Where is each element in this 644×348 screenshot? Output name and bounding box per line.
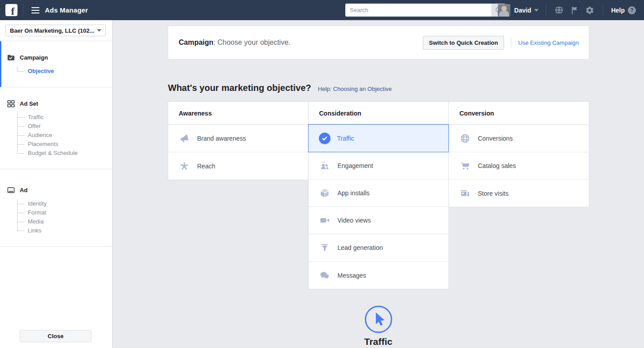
- campaign-header-title-bold: Campaign: [179, 39, 213, 46]
- sidebar-section-label: Ad: [20, 187, 27, 193]
- globe-icon: [460, 133, 470, 144]
- sidebar-item-placements[interactable]: Placements: [17, 140, 112, 149]
- objective-label: Messages: [338, 272, 366, 279]
- cube-icon: [319, 188, 330, 198]
- column-header-conversion: Conversion: [449, 102, 589, 125]
- chevron-down-icon[interactable]: [534, 9, 539, 12]
- use-existing-campaign-link[interactable]: Use Existing Campaign: [518, 39, 579, 46]
- objective-label: Traffic: [337, 135, 354, 142]
- sidebar-item-ad-set[interactable]: Ad Set: [7, 99, 112, 108]
- sidebar-item-links[interactable]: Links: [17, 226, 112, 235]
- hamburger-menu-icon[interactable]: [31, 7, 39, 13]
- account-selector-dropdown[interactable]: Baer On Marketing, LLC (102...: [5, 25, 106, 36]
- ad-set-subnav: Traffic Offer Audience Placements Budget…: [17, 113, 112, 158]
- objective-traffic-selected[interactable]: Traffic: [309, 125, 448, 152]
- consideration-column: Consideration Traffic Engagement: [308, 101, 449, 289]
- cursor-circle-icon: [364, 305, 393, 334]
- objective-brand-awareness[interactable]: Brand awareness: [168, 125, 308, 152]
- flag-icon[interactable]: [567, 0, 582, 20]
- campaign-header-card: Campaign: Choose your objective. Switch …: [168, 26, 589, 60]
- campaign-subnav: Objective: [17, 67, 112, 76]
- divider: [23, 4, 23, 16]
- sidebar-item-format[interactable]: Format: [17, 208, 112, 217]
- funnel-icon: [319, 242, 330, 253]
- video-camera-icon: [319, 215, 330, 226]
- objective-label: Brand awareness: [197, 135, 246, 142]
- objective-label: Reach: [197, 163, 215, 170]
- search-bar: [345, 4, 505, 17]
- sidebar-section-label: Campaign: [20, 54, 48, 61]
- column-header-consideration: Consideration: [309, 102, 448, 125]
- objective-label: Engagement: [338, 162, 373, 169]
- sidebar-item-budget-schedule[interactable]: Budget & Schedule: [17, 149, 112, 158]
- user-avatar[interactable]: [498, 4, 510, 17]
- storefront-icon: [460, 188, 470, 199]
- sidebar-item-identity[interactable]: Identity: [17, 199, 112, 208]
- topbar-right-cluster: David Help ?: [498, 0, 640, 20]
- objective-engagement[interactable]: Engagement: [309, 152, 448, 180]
- selected-objective-preview: Traffic: [168, 305, 589, 347]
- objective-conversions[interactable]: Conversions: [449, 125, 589, 152]
- sidebar-item-traffic[interactable]: Traffic: [17, 113, 112, 122]
- sidebar-section-campaign: Campaign Objective: [0, 41, 112, 87]
- awareness-column: Awareness Brand awareness Reach: [168, 101, 309, 180]
- search-input[interactable]: [345, 4, 492, 17]
- objective-table: Awareness Brand awareness Reach Consider…: [168, 101, 589, 289]
- close-button[interactable]: Close: [20, 330, 91, 342]
- campaign-header-subtitle: : Choose your objective.: [213, 39, 291, 46]
- objective-heading: What's your marketing objective?: [168, 83, 311, 93]
- ad-subnav: Identity Format Media Links: [17, 199, 112, 235]
- sidebar-section-ad-set: Ad Set Traffic Offer Audience Placements…: [0, 87, 112, 169]
- account-selector-label: Baer On Marketing, LLC (102...: [10, 27, 95, 34]
- sidebar-item-offer[interactable]: Offer: [17, 122, 112, 131]
- objective-store-visits[interactable]: Store visits: [449, 180, 589, 207]
- sidebar-item-media[interactable]: Media: [17, 217, 112, 226]
- facebook-logo-icon[interactable]: f: [5, 4, 17, 16]
- divider: [603, 4, 603, 16]
- chevron-down-icon: [97, 29, 101, 32]
- objective-messages[interactable]: Messages: [309, 262, 448, 289]
- objective-label: Store visits: [478, 190, 509, 197]
- sidebar-section-label: Ad Set: [20, 100, 38, 107]
- grid-icon: [7, 99, 15, 108]
- objective-catalog-sales[interactable]: Catalog sales: [449, 152, 589, 180]
- check-circle-icon: [319, 133, 331, 144]
- help-label[interactable]: Help: [611, 7, 625, 14]
- chat-bubbles-icon: [319, 270, 330, 281]
- top-navigation-bar: f Ads Manager David Help ?: [0, 0, 644, 20]
- reach-icon: [179, 161, 190, 172]
- gear-icon[interactable]: [582, 0, 597, 20]
- divider: [511, 38, 511, 47]
- user-name[interactable]: David: [514, 7, 531, 14]
- folder-check-icon: [7, 53, 15, 62]
- app-title: Ads Manager: [45, 6, 88, 14]
- creation-sidebar: Baer On Marketing, LLC (102... Campaign …: [0, 20, 113, 348]
- objective-label: Catalog sales: [478, 162, 516, 169]
- globe-nav-icon[interactable]: [552, 0, 567, 20]
- ad-card-icon: [7, 186, 15, 194]
- switch-to-quick-creation-button[interactable]: Switch to Quick Creation: [423, 36, 505, 50]
- main-panel: Campaign: Choose your objective. Switch …: [113, 20, 644, 348]
- sidebar-item-objective[interactable]: Objective: [17, 67, 112, 76]
- sidebar-item-campaign[interactable]: Campaign: [7, 53, 112, 62]
- column-header-awareness: Awareness: [168, 102, 308, 125]
- objective-label: Lead generation: [338, 244, 383, 251]
- conversion-column: Conversion Conversions Catalog sales: [448, 101, 589, 207]
- people-icon: [319, 160, 330, 171]
- objective-label: Conversions: [478, 135, 513, 142]
- objective-label: Video views: [338, 217, 371, 224]
- objective-reach[interactable]: Reach: [168, 152, 308, 180]
- help-question-icon[interactable]: ?: [628, 6, 636, 14]
- choosing-objective-help-link[interactable]: Help: Choosing an Objective: [318, 86, 392, 92]
- objective-app-installs[interactable]: App installs: [309, 180, 448, 207]
- objective-lead-generation[interactable]: Lead generation: [309, 234, 448, 262]
- divider: [546, 4, 546, 16]
- selected-objective-label: Traffic: [364, 336, 392, 347]
- objective-video-views[interactable]: Video views: [309, 207, 448, 234]
- sidebar-item-ad[interactable]: Ad: [7, 186, 112, 194]
- cart-icon: [460, 160, 470, 171]
- divider: [0, 246, 112, 247]
- objective-label: App installs: [338, 189, 370, 197]
- sidebar-section-ad: Ad Identity Format Media Links: [0, 169, 112, 246]
- sidebar-item-audience[interactable]: Audience: [17, 131, 112, 140]
